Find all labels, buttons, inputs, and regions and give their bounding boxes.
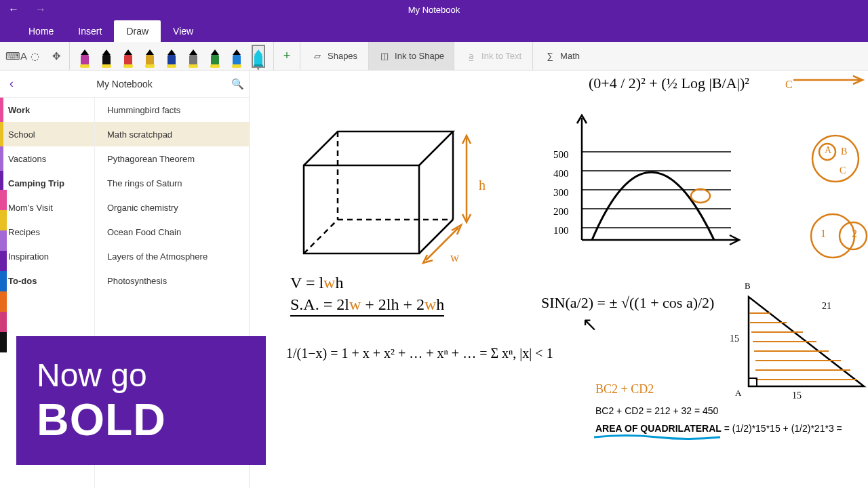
page-item[interactable]: Photosynthesis bbox=[95, 268, 249, 293]
pen-red[interactable] bbox=[121, 45, 135, 68]
tri-15l: 15 bbox=[730, 333, 739, 344]
tab-draw[interactable]: Draw bbox=[114, 20, 161, 42]
section-label: Camping Trip bbox=[8, 178, 64, 188]
section-item[interactable]: Camping Trip bbox=[0, 171, 94, 195]
page-item[interactable]: Pythagorean Theorem bbox=[95, 146, 249, 171]
ribbon-group-inkshape: ◫ Ink to Shape bbox=[369, 42, 454, 70]
page-item[interactable]: Ocean Food Chain bbox=[95, 220, 249, 244]
svg-line-11 bbox=[304, 220, 338, 253]
page-item[interactable]: Hummingbird facts bbox=[95, 98, 249, 122]
page-label: Photosynthesis bbox=[107, 276, 167, 286]
forward-arrow-icon[interactable]: → bbox=[27, 3, 54, 16]
svg-line-10 bbox=[419, 220, 453, 253]
venn-2: 2 bbox=[852, 228, 857, 240]
ribbon-group-inktext: a̲ Ink to Text bbox=[454, 42, 533, 70]
tab-home[interactable]: Home bbox=[16, 20, 66, 42]
tri-a: A bbox=[735, 388, 741, 399]
lasso-icon[interactable]: ◌ bbox=[27, 50, 42, 62]
section-item[interactable]: Mom's Visit bbox=[0, 195, 94, 220]
pen-blue[interactable] bbox=[230, 45, 243, 68]
ribbon-group-tools: ⌨A ◌ ✥ bbox=[0, 42, 70, 70]
tri-b: B bbox=[745, 281, 751, 291]
page-label: The rings of Saturn bbox=[107, 178, 182, 188]
ink-to-shape-button[interactable]: ◫ Ink to Shape bbox=[369, 42, 454, 70]
shapes-button[interactable]: ▱ Shapes bbox=[306, 47, 363, 65]
section-nub[interactable] bbox=[0, 210, 7, 230]
ink-axis-labels: 500400300200100 bbox=[553, 145, 569, 240]
section-nub[interactable] bbox=[0, 312, 7, 332]
page-item[interactable]: Math scratchpad bbox=[95, 122, 249, 146]
section-item[interactable]: Recipes bbox=[0, 220, 94, 244]
nav-back-icon[interactable]: ‹ bbox=[0, 77, 23, 91]
page-item[interactable]: The rings of Saturn bbox=[95, 171, 249, 195]
pen-gray[interactable] bbox=[186, 45, 200, 68]
section-item[interactable]: Work bbox=[0, 98, 94, 122]
page-label: Hummingbird facts bbox=[107, 105, 180, 115]
math-button[interactable]: ∑ Math bbox=[538, 47, 585, 65]
section-nub[interactable] bbox=[0, 230, 7, 251]
pen-black[interactable] bbox=[100, 45, 113, 68]
ribbon-group-shapes: ▱ Shapes bbox=[300, 42, 369, 70]
cursor-icon: ↖ bbox=[582, 313, 597, 336]
page-label: Ocean Food Chain bbox=[107, 227, 181, 237]
page-label: Organic chemistry bbox=[107, 203, 178, 213]
promo-banner: Now go BOLD bbox=[16, 336, 266, 465]
section-nub[interactable] bbox=[0, 332, 7, 352]
section-nub[interactable] bbox=[0, 271, 7, 291]
venn-c: C bbox=[840, 165, 846, 176]
page-item[interactable]: Organic chemistry bbox=[95, 195, 249, 220]
pen-magenta[interactable] bbox=[78, 45, 92, 68]
back-arrow-icon[interactable]: ← bbox=[0, 3, 27, 16]
page-canvas[interactable]: (0+4 / 2)² + (½ Log |B/A|)² 500400300200… bbox=[250, 70, 868, 488]
section-color-icon bbox=[0, 122, 3, 146]
section-item[interactable]: To-dos bbox=[0, 268, 94, 293]
ink-graph bbox=[555, 111, 745, 260]
section-label: School bbox=[8, 129, 35, 140]
notebook-name[interactable]: My Notebook bbox=[23, 79, 226, 89]
ink-sin-formula: SIN(a/2) = ± √((1 + cos a)/2) bbox=[541, 294, 714, 312]
section-nub[interactable] bbox=[0, 291, 7, 312]
section-label: Recipes bbox=[8, 227, 40, 237]
ink-to-shape-label: Ink to Shape bbox=[395, 51, 444, 61]
text-area-quad: AREA OF QUADRILATERAL = (1/2)*15*15 + (1… bbox=[595, 423, 842, 434]
text-bc-line: BC2 + CD2 = 212 + 32 = 450 bbox=[595, 405, 718, 416]
ink-series: 1/(1−x) = 1 + x + x² + … + xⁿ + … = Σ xⁿ… bbox=[286, 346, 553, 361]
pan-icon[interactable]: ✥ bbox=[49, 50, 64, 62]
svg-point-7 bbox=[691, 189, 710, 203]
page-item[interactable]: Layers of the Atmosphere bbox=[95, 244, 249, 268]
section-item[interactable]: Vacations bbox=[0, 146, 94, 171]
ribbon: ⌨A ◌ ✥ ▾ + ▱ Shapes ◫ Ink to Shape bbox=[0, 42, 868, 70]
section-color-icon bbox=[0, 146, 3, 171]
section-color-icon bbox=[0, 98, 3, 122]
ink-cube-h: h bbox=[479, 178, 486, 193]
ink-venn-12 bbox=[806, 210, 868, 264]
svg-point-28 bbox=[811, 214, 854, 258]
search-icon[interactable]: 🔍 bbox=[226, 78, 249, 90]
ink-bc-orange: BC2 + CD2 bbox=[595, 382, 654, 396]
add-pen-icon[interactable]: + bbox=[279, 49, 294, 63]
section-nub[interactable] bbox=[0, 190, 7, 210]
venn-a: A bbox=[825, 145, 831, 156]
tab-view[interactable]: View bbox=[161, 20, 205, 42]
text-mode-icon[interactable]: ⌨A bbox=[5, 50, 20, 62]
title-bar: ← → My Notebook bbox=[0, 0, 868, 19]
section-item[interactable]: School bbox=[0, 122, 94, 146]
ink-c-arrow bbox=[787, 70, 868, 98]
ink-underline-blue bbox=[593, 434, 722, 441]
section-color-strip bbox=[0, 190, 7, 352]
tab-insert[interactable]: Insert bbox=[66, 20, 114, 42]
ribbon-group-pens: ▾ bbox=[70, 42, 274, 70]
section-item[interactable]: Inspiration bbox=[0, 244, 94, 268]
window-title: My Notebook bbox=[408, 5, 460, 15]
ink-volume: V = lwh bbox=[290, 274, 343, 292]
section-nub[interactable] bbox=[0, 251, 7, 271]
highlighter-cyan[interactable]: ▾ bbox=[252, 45, 265, 68]
venn-1: 1 bbox=[821, 228, 826, 240]
page-label: Layers of the Atmosphere bbox=[107, 251, 208, 262]
pen-darkblue[interactable] bbox=[165, 45, 178, 68]
pen-green[interactable] bbox=[208, 45, 222, 68]
svg-rect-8 bbox=[304, 165, 419, 253]
venn-b: B bbox=[841, 146, 847, 157]
pen-gold[interactable] bbox=[143, 45, 157, 68]
shapes-icon: ▱ bbox=[311, 50, 323, 62]
